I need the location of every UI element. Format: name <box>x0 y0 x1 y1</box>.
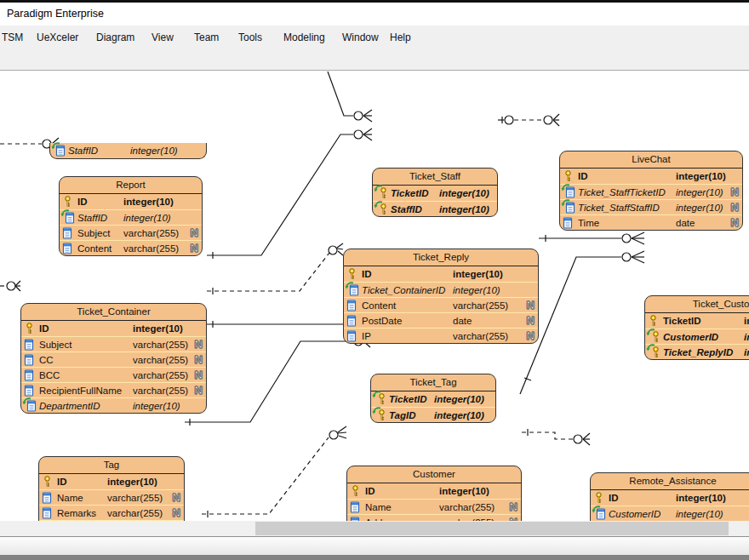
column-name: ID <box>77 197 88 207</box>
entity-table-remote_assistance[interactable]: Remote_AssistanceIDinteger(10)CustomerID… <box>590 472 749 521</box>
horizontal-scrollbar[interactable] <box>0 521 749 536</box>
menu-item-help[interactable]: Help <box>390 31 411 43</box>
column-row[interactable]: CustomerIDinteger(10) <box>645 329 749 344</box>
column-name: ID <box>365 486 375 496</box>
column-type: integer(10) <box>130 146 178 156</box>
column-row[interactable]: StaffIDinteger(10) <box>60 209 202 225</box>
column-row[interactable]: Ticket_ReplyIDinteger(10) <box>645 344 749 359</box>
relationship-r3[interactable] <box>328 71 372 122</box>
entity-table-ticket_tag[interactable]: Ticket_TagTicketIDinteger(10)TagIDintege… <box>370 374 496 423</box>
column-name: Ticket_ContainerID <box>362 285 445 295</box>
diagram-canvas[interactable]: StaffIDinteger(10)ReportIDinteger(10)Sta… <box>0 71 749 521</box>
primary-foreign-key-icon <box>375 187 391 199</box>
column-type: integer(10) <box>676 509 723 519</box>
column-row[interactable]: TicketIDinteger(10) <box>373 186 497 201</box>
column-name: Subject <box>77 228 110 238</box>
column-name: CC <box>39 355 54 365</box>
nullable-icon: N <box>191 226 198 239</box>
column-row[interactable]: IDinteger(10) <box>560 169 742 184</box>
column-row[interactable]: StaffIDinteger(10) <box>50 143 206 158</box>
column-type: integer(10) <box>123 197 174 207</box>
column-row[interactable]: Contentvarchar(255)N <box>60 240 202 255</box>
column-icon <box>346 330 362 342</box>
column-row[interactable]: Contentvarchar(255)N <box>344 297 538 312</box>
column-row[interactable]: IDinteger(10) <box>21 321 206 336</box>
entity-table-report[interactable]: ReportIDinteger(10)StaffIDinteger(10)Sub… <box>59 176 203 256</box>
menu-item-team[interactable]: Team <box>194 31 219 43</box>
menu-item-tsm[interactable]: TSM <box>2 31 23 43</box>
relationship-r12[interactable] <box>202 426 346 517</box>
column-row[interactable]: Subjectvarchar(255)N <box>60 225 202 240</box>
column-row[interactable]: Namevarchar(255)N <box>347 499 521 514</box>
column-name: ID <box>609 493 619 503</box>
column-row[interactable]: TimedateN <box>560 214 742 230</box>
column-row[interactable]: Namevarchar(255)N <box>39 489 184 505</box>
entity-table-customer[interactable]: CustomerIDinteger(10)Namevarchar(255)NAd… <box>346 466 522 521</box>
entity-table-ticket_staff[interactable]: Ticket_StaffTicketIDinteger(10)StaffIDin… <box>372 168 498 217</box>
menu-item-uexceler[interactable]: UeXceler <box>37 31 78 43</box>
relationship-r4[interactable] <box>207 129 372 259</box>
column-name: Name <box>365 502 392 512</box>
column-row[interactable]: Ticket_StaffTicketIDinteger(10)N <box>560 184 742 199</box>
column-name: Content <box>77 243 111 254</box>
column-row[interactable]: CCvarchar(255)N <box>21 351 206 367</box>
relationship-r11[interactable] <box>522 429 590 445</box>
column-type: integer(10) <box>434 410 484 420</box>
nullable-icon: N <box>195 338 203 351</box>
column-type: date <box>676 218 695 228</box>
column-row[interactable]: CustomerIDinteger(10) <box>591 506 749 521</box>
relationship-r9[interactable] <box>539 232 644 244</box>
relationship-r2[interactable] <box>0 281 20 291</box>
entity-table-ticket_custom[interactable]: Ticket_CustomerTicketIDinteger(10)Custom… <box>644 295 749 360</box>
window-bottom-edge <box>0 555 749 560</box>
column-type: integer(10) <box>133 323 183 334</box>
column-type: varchar(255) <box>133 340 188 350</box>
column-icon <box>24 339 39 351</box>
menu-item-view[interactable]: View <box>152 31 174 43</box>
column-type: varchar(255) <box>123 228 179 238</box>
column-row[interactable]: TagIDinteger(10) <box>371 407 495 422</box>
nullable-icon: N <box>195 384 203 397</box>
entity-table-ticket_container[interactable]: Ticket_ContainerIDinteger(10)Subjectvarc… <box>20 303 207 414</box>
primary-key-icon <box>24 323 39 334</box>
column-type: integer(10) <box>434 394 484 404</box>
column-row[interactable]: IDinteger(10) <box>591 490 749 506</box>
column-row[interactable]: Ticket_ContainerIDinteger(10) <box>344 282 538 297</box>
relationship-r8[interactable] <box>185 335 370 426</box>
column-row[interactable]: TicketIDinteger(10) <box>371 391 495 407</box>
column-row[interactable]: IDinteger(10) <box>39 474 184 489</box>
column-row[interactable]: PostDatedateN <box>344 312 538 328</box>
column-row[interactable]: Subjectvarchar(255)N <box>21 336 206 351</box>
menu-item-tools[interactable]: Tools <box>238 31 262 43</box>
entity-table-livechat[interactable]: LiveChatIDinteger(10)Ticket_StaffTicketI… <box>559 151 743 231</box>
column-type: integer(10) <box>676 203 723 213</box>
relationship-r6[interactable] <box>207 243 343 294</box>
column-row[interactable]: StaffIDinteger(10) <box>373 201 497 216</box>
menu-item-window[interactable]: Window <box>342 31 379 43</box>
column-icon <box>346 315 362 327</box>
column-row[interactable]: RecipientFullNamevarchar(255)N <box>21 382 206 397</box>
column-row[interactable]: DepartmentIDinteger(10) <box>21 397 206 413</box>
column-row[interactable]: Ticket_StaffStaffIDinteger(10)N <box>560 199 742 214</box>
column-row[interactable]: BCCvarchar(255)N <box>21 367 206 382</box>
entity-header: Report <box>60 177 202 194</box>
column-row[interactable]: IDinteger(10) <box>344 266 538 282</box>
entity-table-staff[interactable]: StaffIDinteger(10) <box>49 143 207 159</box>
column-type: integer(10) <box>676 187 723 197</box>
column-row[interactable]: Remarksvarchar(255)N <box>39 505 184 520</box>
column-row[interactable]: IDinteger(10) <box>60 194 202 209</box>
column-icon <box>563 217 578 229</box>
scrollbar-thumb[interactable] <box>255 522 729 535</box>
column-row[interactable]: IPvarchar(255)N <box>344 328 538 343</box>
menu-item-diagram[interactable]: Diagram <box>96 31 134 43</box>
column-type: varchar(255) <box>107 508 163 518</box>
menu-item-modeling[interactable]: Modeling <box>283 31 325 43</box>
entity-table-ticket_reply[interactable]: Ticket_ReplyIDinteger(10)Ticket_Containe… <box>343 249 539 344</box>
entity-table-tag[interactable]: TagIDinteger(10)Namevarchar(255)NRemarks… <box>38 456 185 521</box>
column-row[interactable]: IDinteger(10) <box>347 483 521 499</box>
column-row[interactable]: Addressvarchar(255)N <box>347 514 521 521</box>
column-name: ID <box>57 477 67 487</box>
column-row[interactable]: TicketIDinteger(10) <box>645 313 749 329</box>
relationship-r5[interactable] <box>498 114 559 126</box>
column-name: IP <box>362 331 371 341</box>
